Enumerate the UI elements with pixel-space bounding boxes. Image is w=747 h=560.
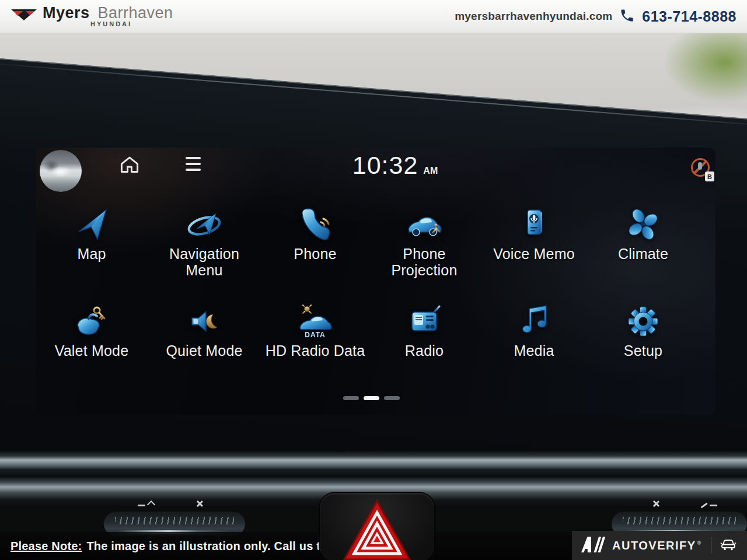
dealer-website-link[interactable]: myersbarrhavenhyundai.com <box>455 10 612 23</box>
data-badge: DATA <box>305 331 326 339</box>
dealer-logo: Myers Barrhaven HYUNDAI <box>11 5 173 28</box>
radio-icon <box>406 303 443 340</box>
dealer-name: Myers Barrhaven HYUNDAI <box>43 5 173 28</box>
car-front-icon <box>720 538 736 553</box>
mic-muted-status-icon[interactable]: B <box>691 158 715 183</box>
page-dot-active <box>364 396 379 400</box>
app-climate[interactable]: Climate <box>588 206 699 262</box>
fan-icon <box>624 206 662 243</box>
driver-profile-avatar[interactable] <box>40 150 82 192</box>
car-data-icon: DATA <box>296 303 334 340</box>
registered-mark: ® <box>697 540 702 546</box>
app-quiet-mode[interactable]: Quiet Mode <box>149 303 260 359</box>
vent-control-glyph <box>196 500 204 508</box>
vent-control-glyph <box>138 505 145 506</box>
myers-chevron-logo-icon <box>11 8 37 25</box>
gear-icon <box>624 303 662 340</box>
dealer-sub-brand: HYUNDAI <box>43 21 173 28</box>
dealer-header: Myers Barrhaven HYUNDAI myersbarrhavenhy… <box>0 0 747 33</box>
app-map[interactable]: Map <box>36 206 147 262</box>
autoverify-wordmark: AUTOVERIFY® <box>612 539 702 552</box>
phone-handset-icon <box>296 206 334 243</box>
map-arrow-icon <box>73 206 110 243</box>
music-notes-icon <box>515 303 553 340</box>
app-label: Navigation Menu <box>149 246 260 278</box>
phone-icon <box>619 8 635 26</box>
hamburger-menu-button[interactable] <box>186 157 201 171</box>
page-dot <box>384 396 400 400</box>
vent-control-glyph <box>710 505 717 506</box>
app-label: Voice Memo <box>479 246 589 262</box>
car-usb-icon <box>406 206 443 243</box>
home-button[interactable] <box>120 155 139 174</box>
app-phone[interactable]: Phone <box>260 206 371 262</box>
dealer-phone-number[interactable]: 613-714-8888 <box>642 8 736 25</box>
app-label: Map <box>36 246 147 262</box>
app-label: Media <box>479 343 589 359</box>
vehicle-interior-photo: 10:32 AM B Map <box>0 33 747 560</box>
infotainment-screen: 10:32 AM B Map <box>36 148 715 415</box>
app-navigation-menu[interactable]: Navigation Menu <box>149 206 260 278</box>
app-setup[interactable]: Setup <box>588 303 699 359</box>
disclaimer-label: Please Note: <box>11 540 82 552</box>
quiet-speaker-icon <box>186 303 223 340</box>
app-label: Quiet Mode <box>149 343 260 359</box>
page-dot <box>343 396 359 400</box>
dealer-name-light: Barrhaven <box>98 4 173 22</box>
hand-key-icon <box>73 303 110 340</box>
bluetooth-battery-badge: B <box>705 172 714 181</box>
hazard-triangle-icon <box>340 498 414 560</box>
dealer-name-bold: Myers <box>43 4 90 22</box>
divider <box>711 537 711 554</box>
hazard-lights-button[interactable] <box>320 493 434 560</box>
clock-period: AM <box>423 166 438 176</box>
voice-recorder-icon <box>515 206 553 243</box>
app-valet-mode[interactable]: Valet Mode <box>36 303 147 359</box>
vent-control-glyph <box>652 500 660 508</box>
app-label: Phone Projection <box>369 246 480 278</box>
app-label: HD Radio Data <box>260 343 371 359</box>
navigation-orbit-icon <box>186 206 223 243</box>
dealer-contact: myersbarrhavenhyundai.com 613-714-8888 <box>455 8 736 26</box>
app-label: Radio <box>369 343 480 359</box>
app-voice-memo[interactable]: Voice Memo <box>479 206 589 262</box>
app-label: Valet Mode <box>36 343 147 359</box>
app-label: Phone <box>260 246 371 262</box>
clock: 10:32 AM <box>328 151 462 181</box>
clock-time: 10:32 <box>352 151 418 180</box>
app-media[interactable]: Media <box>479 303 589 359</box>
app-phone-projection[interactable]: Phone Projection <box>369 206 480 278</box>
autoverify-badge[interactable]: AUTOVERIFY® <box>572 531 747 560</box>
dealer-listing-photo: Myers Barrhaven HYUNDAI myersbarrhavenhy… <box>0 0 747 560</box>
app-label: Climate <box>588 246 699 262</box>
app-label: Setup <box>588 343 699 359</box>
app-hd-radio-data[interactable]: DATA HD Radio Data <box>260 303 371 359</box>
autoverify-logo-icon <box>581 537 606 555</box>
app-radio[interactable]: Radio <box>369 303 480 359</box>
page-indicator <box>343 396 400 400</box>
